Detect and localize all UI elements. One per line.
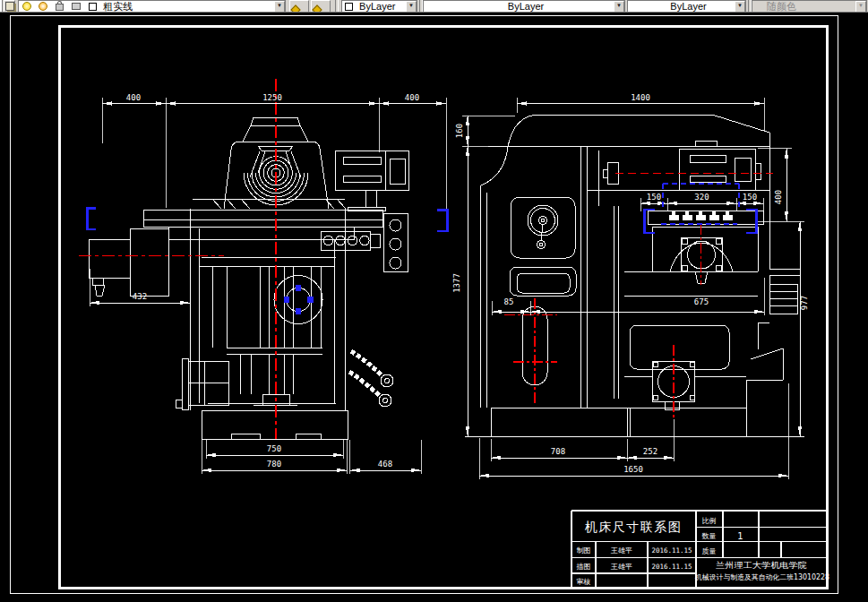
layer-dropdown[interactable]: 粗实线 ▼ xyxy=(18,0,286,13)
dim-text: 400 xyxy=(126,93,141,102)
layer-plot-icon[interactable] xyxy=(72,3,81,10)
traced-name: 王雄平 xyxy=(610,563,632,571)
drawing-canvas[interactable]: 400 1250 400 432 750 780 468 xyxy=(0,12,868,602)
color-value-label: ByLayer xyxy=(359,1,395,12)
scale-label: 比例 xyxy=(702,517,717,525)
dim-text: 432 xyxy=(133,292,147,301)
layers-properties-toolbar: 粗实线 ▼ ByLayer ▼ ByLayer ▼ ByLayer ▼ 随颜色 … xyxy=(0,0,868,13)
chevron-down-icon: ▼ xyxy=(855,1,866,13)
toolbar-grip[interactable] xyxy=(0,0,3,12)
layer-previous-button[interactable] xyxy=(311,0,331,13)
dim-text: 1250 xyxy=(262,93,282,102)
dim-text: 252 xyxy=(643,447,657,456)
dim-text: 150 xyxy=(647,193,661,202)
front-view: 400 1250 400 432 750 780 468 xyxy=(79,79,448,474)
drawn-name: 王雄平 xyxy=(610,546,632,555)
dim-text: 85 xyxy=(504,297,514,306)
layer-name-label: 粗实线 xyxy=(103,1,133,12)
plotstyle-dropdown: 随颜色 ▼ xyxy=(752,0,867,13)
color-dropdown[interactable]: ByLayer ▼ xyxy=(341,0,417,13)
linetype-dropdown[interactable]: ByLayer ▼ xyxy=(423,0,625,13)
dim-text: 750 xyxy=(267,444,281,453)
side-view: 1400 160 1377 150 320 150 400 977 xyxy=(452,93,809,479)
checked-label: 审核 xyxy=(577,578,591,586)
drawn-date: 2016.11.15 xyxy=(651,546,692,555)
chevron-down-icon[interactable]: ▼ xyxy=(735,1,745,13)
layer-lock-icon[interactable] xyxy=(56,4,64,11)
layer-color-swatch-icon xyxy=(89,3,97,11)
organization-line1: 兰州理工大学机电学院 xyxy=(716,561,807,570)
mass-label: 质量 xyxy=(702,547,717,555)
side-view-geometry xyxy=(465,115,804,436)
front-view-centerlines xyxy=(79,79,276,439)
drawn-label: 制图 xyxy=(577,546,591,555)
dim-text: 1650 xyxy=(623,465,643,474)
dim-text: 708 xyxy=(551,447,565,456)
dim-text: 977 xyxy=(800,296,809,310)
traced-label: 描图 xyxy=(577,563,591,571)
dim-text: 675 xyxy=(694,297,709,306)
dim-text: 320 xyxy=(694,193,709,202)
dim-text: 160 xyxy=(455,124,464,138)
chevron-down-icon[interactable]: ▼ xyxy=(274,1,285,13)
front-view-geometry xyxy=(89,117,408,439)
quantity-value: 1 xyxy=(737,531,743,541)
make-layer-current-button[interactable] xyxy=(289,0,309,13)
quantity-label: 数量 xyxy=(702,532,717,540)
dim-text: 1377 xyxy=(452,273,461,293)
layer-manager-button[interactable] xyxy=(4,0,15,13)
organization-line2: 机械设计与制造及其自动化二班13010228 xyxy=(694,573,829,581)
make-layer-current-icon xyxy=(290,4,300,13)
dim-text: 1400 xyxy=(631,93,650,102)
toolbar-separator xyxy=(335,0,339,12)
dim-text: 400 xyxy=(405,93,419,102)
traced-date: 2016.11.15 xyxy=(651,563,692,571)
color-swatch-icon xyxy=(345,3,353,11)
lineweight-dropdown[interactable]: ByLayer ▼ xyxy=(627,0,746,13)
chevron-down-icon[interactable]: ▼ xyxy=(614,1,624,13)
layer-on-icon[interactable] xyxy=(22,2,31,11)
chevron-down-icon[interactable]: ▼ xyxy=(406,1,417,13)
drawing-title: 机床尺寸联系图 xyxy=(585,520,683,534)
linetype-value-label: ByLayer xyxy=(508,1,544,12)
layers-icon xyxy=(5,2,14,11)
layer-freeze-icon[interactable] xyxy=(39,2,47,11)
dim-text: 400 xyxy=(774,190,783,204)
title-block: 机床尺寸联系图 比例 数量 1 质量 制图 王雄平 2016.11.15 描图 … xyxy=(572,511,829,588)
layer-previous-icon xyxy=(312,4,322,13)
sheet-border xyxy=(11,16,838,594)
dim-text: 780 xyxy=(267,460,281,469)
plotstyle-value-label: 随颜色 xyxy=(767,1,796,12)
dim-text: 150 xyxy=(743,193,757,202)
dim-text: 468 xyxy=(378,460,392,469)
lineweight-value-label: ByLayer xyxy=(670,1,706,12)
